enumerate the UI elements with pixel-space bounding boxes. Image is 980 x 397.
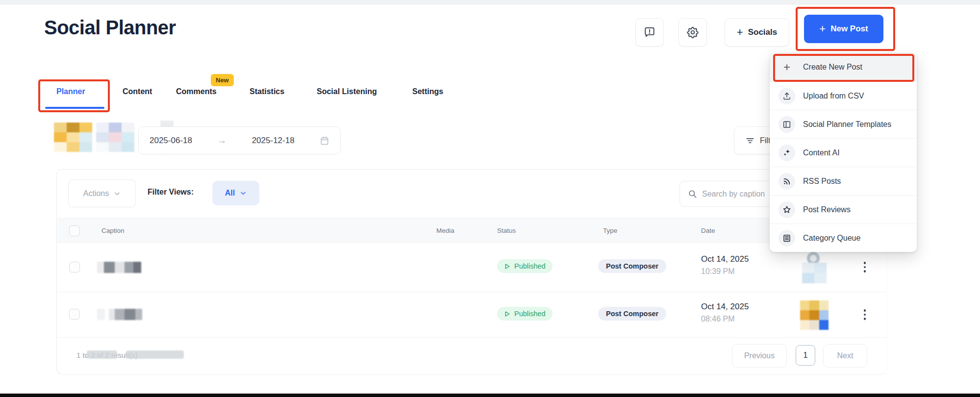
menu-item-rss-posts[interactable]: RSS Posts xyxy=(770,167,917,195)
plus-icon: + xyxy=(819,24,826,34)
pagination-previous-button[interactable]: Previous xyxy=(732,344,787,368)
menu-item-create-new-post[interactable]: + Create New Post xyxy=(770,53,917,81)
category-queue-icon xyxy=(779,230,795,247)
feedback-bubble-icon xyxy=(643,26,656,39)
post-account-avatar-redacted xyxy=(800,254,829,283)
table-row[interactable]: Published Post Composer Oct 14, 2025 10:… xyxy=(57,243,886,292)
type-badge: Post Composer xyxy=(598,259,666,273)
tab-social-listening[interactable]: Social Listening xyxy=(317,87,377,96)
add-socials-button[interactable]: + Socials xyxy=(725,18,789,47)
type-badge: Post Composer xyxy=(598,307,666,321)
planner-table-card: Actions Filter Views: All Caption Media … xyxy=(56,169,886,374)
status-badge: Published xyxy=(497,307,553,321)
tab-comments[interactable]: Comments xyxy=(176,87,217,96)
play-icon xyxy=(504,263,510,270)
column-type: Type xyxy=(603,227,617,234)
tab-statistics[interactable]: Statistics xyxy=(250,87,284,96)
social-account-avatar-redacted[interactable] xyxy=(54,123,92,152)
caption-redacted xyxy=(97,309,142,320)
search-icon xyxy=(688,189,697,198)
feedback-button[interactable] xyxy=(635,18,664,47)
row-time: 10:39 PM xyxy=(701,267,749,276)
menu-item-post-reviews[interactable]: Post Reviews xyxy=(770,195,917,223)
column-date: Date xyxy=(701,227,715,234)
menu-item-category-queue[interactable]: Category Queue xyxy=(770,223,917,252)
date-from-value[interactable]: 2025-06-18 xyxy=(150,136,192,146)
new-post-button-label: New Post xyxy=(830,24,868,34)
redaction-patch xyxy=(87,350,117,359)
filter-views-select[interactable]: All xyxy=(212,181,259,205)
play-icon xyxy=(504,311,510,317)
gear-icon xyxy=(686,26,699,39)
filter-icon xyxy=(745,136,755,146)
menu-item-content-ai[interactable]: Content AI xyxy=(770,138,917,167)
star-icon xyxy=(779,201,795,218)
social-planner-page: Social Planner + Socials + New Post Plan… xyxy=(0,0,980,397)
new-post-dropdown-menu: + Create New Post Upload from CSV Social… xyxy=(770,53,917,252)
date-range-picker[interactable]: 2025-06-18 → 2025-12-18 xyxy=(138,126,341,154)
row-checkbox[interactable] xyxy=(69,309,80,320)
arrow-right-icon: → xyxy=(217,135,226,146)
table-row[interactable]: Published Post Composer Oct 14, 2025 08:… xyxy=(57,292,886,337)
active-tab-underline xyxy=(45,107,104,109)
column-caption: Caption xyxy=(101,227,125,234)
caption-redacted xyxy=(97,262,141,273)
chevron-down-icon xyxy=(240,190,247,197)
row-time: 08:46 PM xyxy=(701,315,749,323)
rss-icon xyxy=(779,173,795,190)
tab-content[interactable]: Content xyxy=(123,87,152,96)
table-footer: 1 to 2 of 2 result(s) Previous 1 Next xyxy=(57,337,886,374)
sparkles-icon xyxy=(779,145,795,161)
social-account-avatar-redacted[interactable] xyxy=(96,123,134,152)
menu-item-upload-from-csv[interactable]: Upload from CSV xyxy=(770,81,917,110)
page-title: Social Planner xyxy=(44,17,176,39)
filter-views-label: Filter Views: xyxy=(148,188,194,197)
row-checkbox[interactable] xyxy=(69,262,80,273)
chevron-down-icon xyxy=(114,190,121,197)
plus-icon: + xyxy=(737,27,743,38)
row-date: Oct 14, 2025 xyxy=(701,254,749,264)
column-media: Media xyxy=(436,227,454,234)
row-actions-menu-button[interactable] xyxy=(856,306,874,323)
top-strip xyxy=(0,0,980,4)
pagination-page-1-button[interactable]: 1 xyxy=(796,345,815,366)
row-date: Oct 14, 2025 xyxy=(701,302,749,312)
settings-button[interactable] xyxy=(678,18,707,47)
bottom-bar xyxy=(0,394,980,397)
filter-views-value: All xyxy=(225,189,235,198)
redaction-patch xyxy=(126,350,184,359)
post-account-avatar-redacted xyxy=(800,300,829,330)
row-actions-menu-button[interactable] xyxy=(856,258,874,276)
plus-icon: + xyxy=(779,59,795,75)
column-status: Status xyxy=(497,227,516,234)
actions-dropdown-button[interactable]: Actions xyxy=(68,179,136,207)
socials-button-label: Socials xyxy=(748,27,778,37)
menu-item-social-planner-templates[interactable]: Social Planner Templates xyxy=(770,110,917,138)
calendar-icon xyxy=(320,136,329,146)
date-to-value[interactable]: 2025-12-18 xyxy=(252,136,295,146)
new-post-button[interactable]: + New Post xyxy=(804,15,883,43)
comments-new-badge: New xyxy=(211,74,234,86)
templates-icon xyxy=(779,116,795,133)
upload-icon xyxy=(779,88,795,104)
pagination-next-button[interactable]: Next xyxy=(823,344,867,368)
tab-planner[interactable]: Planner xyxy=(56,87,85,96)
select-all-checkbox[interactable] xyxy=(69,225,80,236)
status-badge: Published xyxy=(497,259,553,273)
tab-settings[interactable]: Settings xyxy=(412,87,443,96)
actions-label: Actions xyxy=(83,189,109,198)
table-header: Caption Media Status Type Date xyxy=(57,218,886,243)
